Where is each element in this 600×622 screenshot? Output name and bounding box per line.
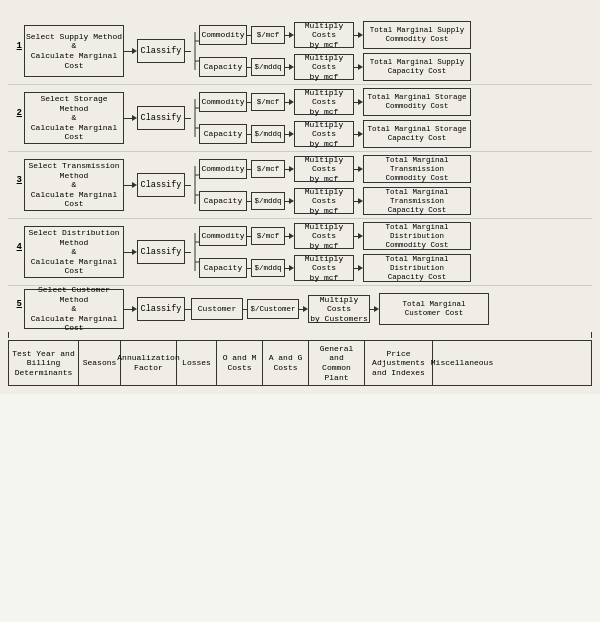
capacity-total-1: Total Marginal Supply Capacity Cost — [363, 53, 471, 81]
customer-unit-5: $/Customer — [247, 299, 299, 319]
commodity-total-4: Total Marginal Distribution Commodity Co… — [363, 222, 471, 250]
row-number-3: 3 — [8, 155, 24, 185]
function-box-5: Select Customer Method & Calculate Margi… — [24, 289, 124, 329]
capacity-multiply-2: Multiply Costs by mcf — [294, 121, 354, 147]
bottom-cell-3: Losses — [177, 341, 217, 385]
capacity-label-2: Capacity — [199, 124, 247, 144]
classify-box-2: Classify — [137, 106, 185, 130]
commodity-unit-2: $/mcf — [251, 93, 285, 111]
function-box-4: Select Distribution Method & Calculate M… — [24, 226, 124, 278]
capacity-track-4: Capacity$/mddqMultiply Costs by mcfTotal… — [199, 254, 471, 282]
customer-label-5: Customer — [191, 298, 243, 320]
function-box-3: Select Transmission Method & Calculate M… — [24, 159, 124, 211]
bottom-cell-7: Price Adjustments and Indexes — [365, 341, 433, 385]
capacity-track-1: Capacity$/mddqMultiply Costs by mcfTotal… — [199, 53, 471, 81]
capacity-total-2: Total Marginal Storage Capacity Cost — [363, 120, 471, 148]
capacity-unit-3: $/mddq — [251, 192, 285, 210]
page: 1Select Supply Method & Calculate Margin… — [0, 0, 600, 394]
row-number-5: 5 — [8, 289, 24, 309]
commodity-multiply-3: Multiply Costs by mcf — [294, 156, 354, 182]
function-box-1: Select Supply Method & Calculate Margina… — [24, 25, 124, 77]
flow-row-5: 5Select Customer Method & Calculate Marg… — [8, 285, 592, 332]
bottom-cell-4: O and M Costs — [217, 341, 263, 385]
commodity-label-3: Commodity — [199, 159, 247, 179]
function-box-2: Select Storage Method & Calculate Margin… — [24, 92, 124, 144]
capacity-label-1: Capacity — [199, 57, 247, 77]
capacity-total-3: Total Marginal Transmission Capacity Cos… — [363, 187, 471, 215]
classify-box-3: Classify — [137, 173, 185, 197]
bottom-cell-8: Miscellaneous — [433, 341, 491, 385]
customer-multiply-5: Multiply Costs by Customers — [308, 295, 370, 323]
capacity-unit-4: $/mddq — [251, 259, 285, 277]
capacity-multiply-1: Multiply Costs by mcf — [294, 54, 354, 80]
commodity-unit-3: $/mcf — [251, 160, 285, 178]
classify-box-1: Classify — [137, 39, 185, 63]
commodity-unit-1: $/mcf — [251, 26, 285, 44]
bottom-cell-1: Seasons — [79, 341, 121, 385]
row-number-1: 1 — [8, 21, 24, 51]
flow-row-1: 1Select Supply Method & Calculate Margin… — [8, 18, 592, 84]
commodity-label-4: Commodity — [199, 226, 247, 246]
customer-total-5: Total Marginal Customer Cost — [379, 293, 489, 325]
capacity-multiply-3: Multiply Costs by mcf — [294, 188, 354, 214]
capacity-unit-2: $/mddq — [251, 125, 285, 143]
capacity-label-4: Capacity — [199, 258, 247, 278]
commodity-unit-4: $/mcf — [251, 227, 285, 245]
classify-box-4: Classify — [137, 240, 185, 264]
flow-row-4: 4Select Distribution Method & Calculate … — [8, 218, 592, 285]
commodity-label-1: Commodity — [199, 25, 247, 45]
bottom-cell-0: Test Year and Billing Determinants — [9, 341, 79, 385]
capacity-track-2: Capacity$/mddqMultiply Costs by mcfTotal… — [199, 120, 471, 148]
commodity-track-3: Commodity$/mcfMultiply Costs by mcfTotal… — [199, 155, 471, 183]
capacity-track-3: Capacity$/mddqMultiply Costs by mcfTotal… — [199, 187, 471, 215]
commodity-track-4: Commodity$/mcfMultiply Costs by mcfTotal… — [199, 222, 471, 250]
bottom-table-row: Test Year and Billing DeterminantsSeason… — [9, 341, 591, 385]
commodity-label-2: Commodity — [199, 92, 247, 112]
commodity-multiply-4: Multiply Costs by mcf — [294, 223, 354, 249]
flow-row-3: 3Select Transmission Method & Calculate … — [8, 151, 592, 218]
flow-row-2: 2Select Storage Method & Calculate Margi… — [8, 84, 592, 151]
commodity-multiply-2: Multiply Costs by mcf — [294, 89, 354, 115]
classify-box-5: Classify — [137, 297, 185, 321]
commodity-total-1: Total Marginal Supply Commodity Cost — [363, 21, 471, 49]
capacity-unit-1: $/mddq — [251, 58, 285, 76]
commodity-multiply-1: Multiply Costs by mcf — [294, 22, 354, 48]
bottom-cell-5: A and G Costs — [263, 341, 309, 385]
capacity-multiply-4: Multiply Costs by mcf — [294, 255, 354, 281]
row-number-2: 2 — [8, 88, 24, 118]
commodity-total-2: Total Marginal Storage Commodity Cost — [363, 88, 471, 116]
capacity-label-3: Capacity — [199, 191, 247, 211]
bottom-cell-2: Annualization Factor — [121, 341, 177, 385]
bottom-table: Test Year and Billing DeterminantsSeason… — [8, 340, 592, 386]
commodity-total-3: Total Marginal Transmission Commodity Co… — [363, 155, 471, 183]
commodity-track-2: Commodity$/mcfMultiply Costs by mcfTotal… — [199, 88, 471, 116]
row-number-4: 4 — [8, 222, 24, 252]
rows-container: 1Select Supply Method & Calculate Margin… — [8, 18, 592, 332]
commodity-track-1: Commodity$/mcfMultiply Costs by mcfTotal… — [199, 21, 471, 49]
capacity-total-4: Total Marginal Distribution Capacity Cos… — [363, 254, 471, 282]
bottom-cell-6: General and Common Plant — [309, 341, 365, 385]
